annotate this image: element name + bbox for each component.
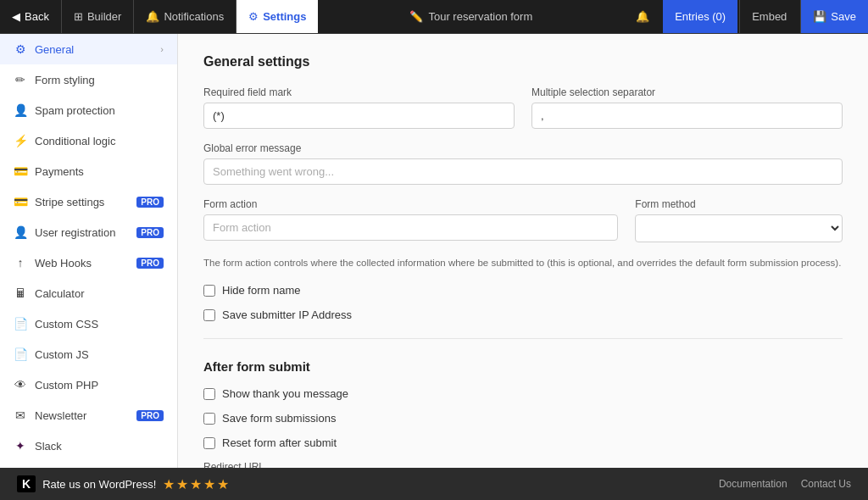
save-icon: 💾 — [813, 10, 826, 23]
settings-button[interactable]: ⚙ Settings — [236, 0, 318, 33]
required-field-input[interactable] — [203, 103, 515, 129]
star-5: ★ — [217, 476, 229, 492]
required-separator-row: Required field mark Multiple selection s… — [203, 86, 843, 129]
notifications-button[interactable]: 🔔 Notifications — [134, 0, 236, 33]
sidebar-item-label: Newsletter — [35, 409, 125, 422]
rate-us-text: Rate us on WordPress! — [42, 478, 156, 491]
save-submitter-ip-label: Save submitter IP Address — [222, 308, 352, 321]
form-title-edit-icon: ✏️ — [409, 10, 423, 23]
general-settings-title: General settings — [203, 54, 843, 69]
sidebar: ⚙ General › ✏ Form styling 👤 Spam protec… — [0, 34, 178, 468]
js-icon: 📄 — [14, 347, 27, 361]
footer: K Rate us on WordPress! ★ ★ ★ ★ ★ Docume… — [0, 468, 868, 500]
save-submitter-ip-checkbox-row[interactable]: Save submitter IP Address — [203, 308, 843, 321]
sidebar-item-slack[interactable]: ✦ Slack — [0, 431, 177, 461]
sidebar-item-label: Payments — [35, 165, 164, 178]
footer-left: K Rate us on WordPress! ★ ★ ★ ★ ★ — [17, 475, 229, 492]
footer-right: Documentation Contact Us — [719, 478, 851, 490]
sidebar-item-label: Conditional logic — [35, 135, 164, 147]
multiple-separator-group: Multiple selection separator — [531, 86, 843, 129]
top-nav: ◀ Back ⊞ Builder 🔔 Notifications ⚙ Setti… — [0, 0, 868, 34]
save-form-submissions-checkbox-row[interactable]: Save form submissions — [203, 412, 843, 425]
global-error-group: Global error message — [203, 142, 843, 185]
user-icon: 👤 — [14, 225, 27, 239]
newsletter-icon: ✉ — [14, 408, 27, 422]
sidebar-item-label: User registration — [35, 226, 125, 239]
save-form-submissions-checkbox[interactable] — [203, 413, 215, 425]
star-2: ★ — [176, 476, 188, 492]
sidebar-item-label: Custom CSS — [35, 318, 164, 331]
webhook-icon: ↑ — [14, 256, 27, 269]
show-thank-you-checkbox[interactable] — [203, 388, 215, 400]
entries-button[interactable]: Entries (0) — [663, 0, 737, 33]
sidebar-item-stripe-settings[interactable]: 💳 Stripe settings PRO — [0, 186, 177, 217]
global-error-label: Global error message — [203, 142, 843, 154]
reset-form-label: Reset form after submit — [222, 436, 337, 449]
chevron-right-icon: › — [160, 44, 164, 54]
form-method-select[interactable]: GET POST — [635, 214, 843, 242]
after-form-submit-title: After form submit — [203, 359, 843, 374]
bell-notification-icon[interactable]: 🔔 — [624, 0, 661, 33]
payments-icon: 💳 — [14, 164, 27, 178]
multiple-separator-input[interactable] — [531, 103, 843, 129]
form-action-hint: The form action controls where the colle… — [203, 256, 843, 270]
redirect-url-label: Redirect URL — [203, 461, 843, 468]
show-thank-you-checkbox-row[interactable]: Show thank you message — [203, 387, 843, 400]
sidebar-item-payments[interactable]: 💳 Payments — [0, 156, 177, 186]
sidebar-item-custom-php[interactable]: 👁 Custom PHP — [0, 369, 177, 400]
documentation-link[interactable]: Documentation — [719, 478, 787, 490]
action-method-row: Form action Form method GET POST — [203, 198, 843, 242]
sidebar-item-label: Calculator — [35, 287, 164, 300]
php-icon: 👁 — [14, 378, 27, 392]
sidebar-item-user-registration[interactable]: 👤 User registration PRO — [0, 217, 177, 247]
form-title-area: ✏️ Tour reservation form — [318, 0, 624, 33]
sidebar-item-custom-css[interactable]: 📄 Custom CSS — [0, 308, 177, 339]
sidebar-item-label: Custom JS — [35, 348, 164, 361]
save-button[interactable]: 💾 Save — [800, 0, 868, 33]
section-divider — [203, 338, 843, 339]
sidebar-item-spam-protection[interactable]: 👤 Spam protection — [0, 95, 177, 125]
general-icon: ⚙ — [14, 42, 27, 56]
star-4: ★ — [203, 476, 215, 492]
sidebar-item-form-styling[interactable]: ✏ Form styling — [0, 64, 177, 95]
form-method-group: Form method GET POST — [635, 198, 843, 242]
bell-icon: 🔔 — [146, 10, 159, 23]
reset-form-checkbox[interactable] — [203, 437, 215, 449]
k-logo: K — [17, 475, 36, 492]
sidebar-item-label: General — [35, 43, 153, 56]
sidebar-item-label: Stripe settings — [35, 196, 125, 208]
slack-icon: ✦ — [14, 439, 27, 453]
pro-badge: PRO — [136, 258, 164, 269]
star-3: ★ — [190, 476, 202, 492]
global-error-input[interactable] — [203, 158, 843, 185]
footer-stars: ★ ★ ★ ★ ★ — [163, 476, 229, 492]
hide-form-name-checkbox[interactable] — [203, 285, 215, 297]
pro-badge: PRO — [136, 410, 164, 421]
sidebar-item-newsletter[interactable]: ✉ Newsletter PRO — [0, 400, 177, 431]
pencil-icon: ✏ — [14, 73, 27, 86]
sidebar-item-general[interactable]: ⚙ General › — [0, 34, 177, 64]
css-icon: 📄 — [14, 317, 27, 331]
save-submitter-ip-checkbox[interactable] — [203, 309, 215, 321]
sidebar-item-web-hooks[interactable]: ↑ Web Hooks PRO — [0, 247, 177, 278]
sidebar-item-label: Form styling — [35, 74, 164, 86]
sidebar-item-conditional-logic[interactable]: ⚡ Conditional logic — [0, 125, 177, 156]
form-action-input[interactable] — [203, 214, 618, 241]
sidebar-item-label: Spam protection — [35, 104, 164, 117]
pro-badge: PRO — [136, 227, 164, 238]
back-button[interactable]: ◀ Back — [0, 0, 61, 33]
required-field-label: Required field mark — [203, 86, 515, 98]
sidebar-item-hubspot[interactable]: ⚙ HubSpot PRO — [0, 461, 177, 468]
builder-button[interactable]: ⊞ Builder — [62, 0, 133, 33]
sidebar-item-custom-js[interactable]: 📄 Custom JS — [0, 339, 177, 369]
form-action-label: Form action — [203, 198, 618, 210]
sidebar-item-label: Custom PHP — [35, 379, 164, 392]
contact-link[interactable]: Contact Us — [801, 478, 851, 490]
form-method-label: Form method — [635, 198, 843, 210]
hide-form-name-checkbox-row[interactable]: Hide form name — [203, 284, 843, 297]
save-form-submissions-label: Save form submissions — [222, 412, 336, 425]
sidebar-item-calculator[interactable]: 🖩 Calculator — [0, 278, 177, 308]
embed-button[interactable]: Embed — [739, 0, 798, 33]
required-field-group: Required field mark — [203, 86, 515, 129]
reset-form-checkbox-row[interactable]: Reset form after submit — [203, 436, 843, 449]
